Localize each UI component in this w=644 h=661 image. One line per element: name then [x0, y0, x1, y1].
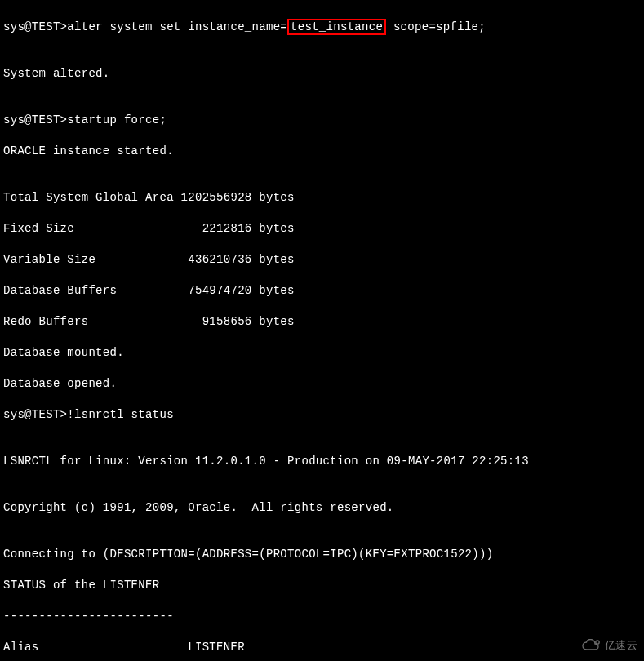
db-mounted-msg: Database mounted.: [3, 345, 641, 361]
dashes-line: ------------------------: [3, 609, 641, 624]
sga-fixed: Fixed Size 2212816 bytes: [3, 221, 641, 237]
alias-label: Alias LISTENER: [3, 641, 245, 654]
system-altered-msg: System altered.: [3, 66, 641, 82]
sql-prompt: sys@TEST>: [3, 20, 67, 33]
status-header: STATUS of the LISTENER: [3, 578, 641, 593]
cmd-alter-pre: alter system set instance_name=: [67, 20, 287, 33]
watermark-text: 亿速云: [605, 637, 637, 653]
sql-prompt: sys@TEST>: [3, 113, 67, 126]
cmd-alter-post: scope=spfile;: [386, 20, 486, 33]
db-opened-msg: Database opened.: [3, 376, 641, 392]
cmd-startup: startup force;: [67, 113, 167, 126]
highlighted-instance-name: test_instance: [287, 19, 386, 35]
cloud-icon: [582, 639, 602, 652]
copyright-line: Copyright (c) 1991, 2009, Oracle. All ri…: [3, 500, 641, 516]
sga-total: Total System Global Area 1202556928 byte…: [3, 190, 641, 206]
sga-redo: Redo Buffers 9158656 bytes: [3, 314, 641, 330]
lsnrctl-banner: LSNRCTL for Linux: Version 11.2.0.1.0 - …: [3, 454, 641, 469]
sql-prompt: sys@TEST>: [3, 408, 67, 421]
cmd-lsnrctl: !lsnrctl status: [67, 408, 174, 421]
sga-variable: Variable Size 436210736 bytes: [3, 252, 641, 268]
instance-started-msg: ORACLE instance started.: [3, 144, 641, 159]
watermark: 亿速云: [582, 637, 637, 653]
sga-dbuf: Database Buffers 754974720 bytes: [3, 283, 641, 299]
connecting-line: Connecting to (DESCRIPTION=(ADDRESS=(PRO…: [3, 547, 641, 562]
svg-point-0: [596, 640, 599, 643]
terminal-output: sys@TEST>alter system set instance_name=…: [3, 3, 641, 661]
